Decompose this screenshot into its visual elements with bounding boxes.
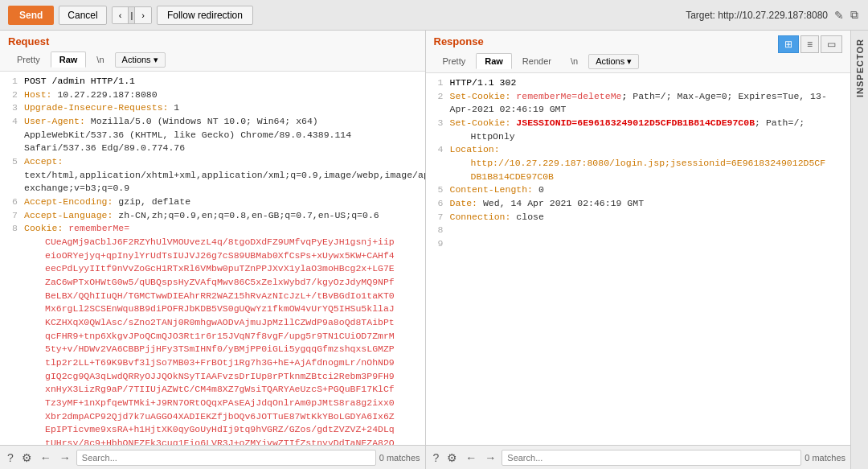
nav-divider: | — [129, 7, 135, 23]
request-search-next[interactable]: → — [57, 450, 73, 465]
response-line-8: 8 — [426, 224, 851, 237]
request-panel-header: Request Pretty Raw \n Actions ▾ — [0, 31, 425, 72]
request-tab-bar: Pretty Raw \n Actions ▾ — [8, 51, 417, 68]
request-line-3: 3 Upgrade-Insecure-Requests: 1 — [0, 101, 425, 115]
inspector-label[interactable]: INSPECTOR — [855, 39, 865, 97]
target-url: Target: http://10.27.229.187:8080 — [686, 10, 828, 21]
toolbar: Send Cancel ‹ | › Follow redirection Tar… — [0, 0, 868, 31]
response-tab-bar: Pretty Raw Render \n Actions ▾ — [434, 53, 843, 69]
request-title: Request — [8, 35, 417, 47]
response-line-3: 3 Set-Cookie: JSESSIONID=6E96183249012D5… — [426, 117, 851, 143]
response-search-bar: ? ⚙ ← → 0 matches — [426, 445, 851, 469]
request-line-2: 2 Host: 10.27.229.187:8080 — [0, 88, 425, 102]
request-content[interactable]: 1 POST /admin HTTP/1.1 2 Host: 10.27.229… — [0, 72, 425, 445]
response-actions-label: Actions — [596, 56, 624, 66]
request-line-6: 6 Accept-Encoding: gzip, deflate — [0, 195, 425, 209]
response-line-6: 6 Date: Wed, 14 Apr 2021 02:46:19 GMT — [426, 197, 851, 211]
tab-request-ln[interactable]: \n — [88, 51, 113, 68]
request-line-8: 8 Cookie: rememberMe= CUeAgMj9aCblJ6F2RZ… — [0, 222, 425, 445]
actions-label: Actions — [122, 55, 151, 64]
send-button[interactable]: Send — [8, 6, 54, 25]
response-line-9: 9 — [426, 237, 851, 251]
request-line-4: 4 User-Agent: Mozilla/5.0 (Windows NT 10… — [0, 115, 425, 155]
edit-icon[interactable]: ✎ — [833, 7, 845, 23]
cancel-button[interactable]: Cancel — [59, 6, 106, 25]
request-panel: Request Pretty Raw \n Actions ▾ 1 POST /… — [0, 31, 426, 469]
toolbar-icons: ✎ ⧉ — [833, 6, 860, 23]
request-line-5: 5 Accept: text/html,application/xhtml+xm… — [0, 155, 425, 195]
nav-back-button[interactable]: ‹ — [113, 7, 129, 23]
response-title: Response — [434, 35, 484, 47]
tab-response-raw[interactable]: Raw — [476, 53, 512, 69]
request-search-input[interactable] — [76, 450, 376, 466]
response-actions-chevron-icon: ▾ — [627, 56, 632, 67]
view-single-button[interactable]: ▭ — [821, 35, 842, 53]
nav-forward-button[interactable]: › — [135, 7, 151, 23]
view-horizontal-button[interactable]: ≡ — [800, 35, 819, 53]
view-mode-toggle: ⊞ ≡ ▭ — [778, 35, 842, 53]
tab-request-pretty[interactable]: Pretty — [8, 51, 49, 68]
request-search-bar: ? ⚙ ← → 0 matches — [0, 445, 425, 469]
inspector-sidebar[interactable]: INSPECTOR — [850, 31, 868, 469]
actions-chevron-icon: ▾ — [154, 55, 158, 65]
response-settings-icon[interactable]: ⚙ — [444, 450, 460, 465]
tab-response-render[interactable]: Render — [514, 53, 560, 69]
response-actions-button[interactable]: Actions ▾ — [588, 54, 639, 69]
response-line-2: 2 Set-Cookie: rememberMe=deleteMe; Path=… — [426, 90, 851, 117]
request-search-prev[interactable]: ← — [38, 450, 54, 465]
request-actions-button[interactable]: Actions ▾ — [115, 52, 166, 68]
response-search-next[interactable]: → — [482, 450, 498, 465]
request-line-7: 7 Accept-Language: zh-CN,zh;q=0.9,en;q=0… — [0, 209, 425, 223]
response-search-input[interactable] — [502, 450, 801, 466]
response-panel-header: Response ⊞ ≡ ▭ Pretty Raw Render \n Acti… — [426, 31, 851, 73]
tab-request-raw[interactable]: Raw — [51, 51, 87, 68]
response-line-7: 7 Connection: close — [426, 211, 851, 224]
request-match-count: 0 matches — [379, 453, 420, 463]
response-content[interactable]: 1 HTTP/1.1 302 2 Set-Cookie: rememberMe=… — [426, 73, 851, 445]
request-line-1: 1 POST /admin HTTP/1.1 — [0, 75, 425, 88]
tab-response-pretty[interactable]: Pretty — [434, 53, 475, 69]
new-tab-icon[interactable]: ⧉ — [849, 6, 860, 23]
response-line-5: 5 Content-Length: 0 — [426, 183, 851, 197]
tab-response-ln[interactable]: \n — [562, 53, 587, 69]
request-settings-icon[interactable]: ⚙ — [19, 450, 35, 465]
follow-redirect-button[interactable]: Follow redirection — [157, 6, 253, 25]
main-content: Request Pretty Raw \n Actions ▾ 1 POST /… — [0, 31, 868, 469]
response-match-count: 0 matches — [805, 453, 845, 463]
response-search-prev[interactable]: ← — [463, 450, 479, 465]
response-panel: Response ⊞ ≡ ▭ Pretty Raw Render \n Acti… — [426, 31, 851, 469]
response-help-icon[interactable]: ? — [431, 450, 442, 465]
response-line-4: 4 Location: http://10.27.229.187:8080/lo… — [426, 143, 851, 183]
nav-buttons: ‹ | › — [112, 6, 152, 24]
request-help-icon[interactable]: ? — [5, 450, 16, 465]
view-split-button[interactable]: ⊞ — [778, 35, 799, 53]
response-line-1: 1 HTTP/1.1 302 — [426, 76, 851, 90]
